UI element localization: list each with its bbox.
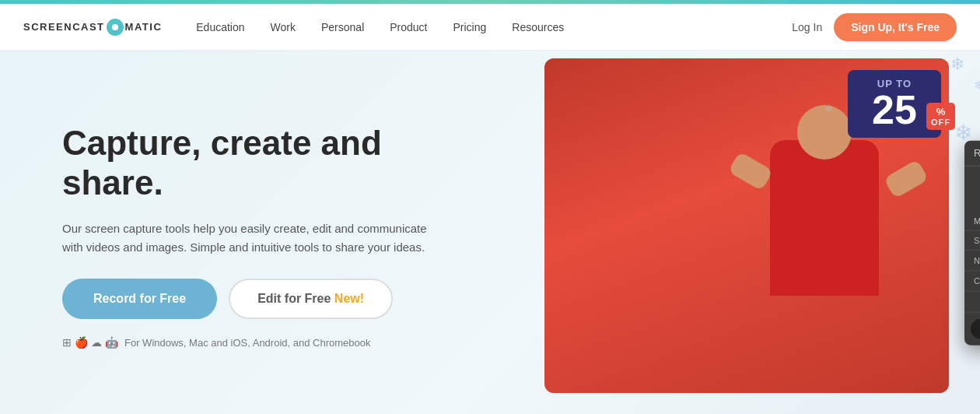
discount-number: 25 [872,87,917,132]
tab-screen[interactable]: 🖥 Screen [972,174,980,207]
row-audio: Computer Audio 🔊 ▶ [964,271,980,291]
edit-free-button[interactable]: Edit for Free New! [229,279,393,319]
login-button[interactable]: Log In [792,21,822,33]
signup-free: Free [916,21,940,33]
dialog-title: Record [974,147,980,159]
person-figure [723,97,926,393]
new-label: New! [334,292,364,305]
record-free-button[interactable]: Record for Free [62,279,217,319]
dialog-bottom-bar: Rec ⚙ ✏ Cancel [971,318,980,339]
navbar: SCREENCAST MATIC Education Work Personal… [0,4,980,51]
person-body [770,140,879,296]
maxtime-label: Max Time [974,216,980,225]
cloud-icon: ☁ [91,336,102,349]
nav-personal[interactable]: Personal [310,15,375,40]
hero-title: Capture, create and share. [62,124,428,202]
discount-box: UP TO 25 % OFF [848,70,941,138]
person-hand-right [884,160,929,199]
signup-button[interactable]: Sign Up, It's Free [834,13,957,41]
logo-icon [107,19,124,36]
row-maxtime: Max Time None ▶ [964,211,980,230]
right-content: Record × 🖥 Screen 📷 Webcam ⬛ Both Max Ti [467,51,980,414]
platform-icons: ⊞ 🍎 ☁ 🤖 [62,336,118,349]
nav-education[interactable]: Education [185,15,255,40]
nav-resources[interactable]: Resources [501,15,575,40]
preferences-link[interactable]: Preferences... [964,291,980,312]
signup-label: Sign Up, It's [851,21,916,33]
discount-percent: 25 [862,89,927,130]
nav-actions: Log In Sign Up, It's Free [792,13,957,41]
left-content: Capture, create and share. Our screen ca… [0,51,467,414]
snowflake-4: ❄ [824,103,833,114]
row-narration: Narration ✏ ▶ [964,250,980,271]
main-content: Capture, create and share. Our screen ca… [0,51,980,414]
snowflake-1: ❄ [950,54,964,75]
record-dialog: Record × 🖥 Screen 📷 Webcam ⬛ Both Max Ti [964,140,980,345]
discount-off-wrap: % OFF [926,103,955,130]
audio-label: Computer Audio [974,276,980,286]
platform-info: ⊞ 🍎 ☁ 🤖 For Windows, Mac and iOS, Androi… [62,336,428,349]
nav-work[interactable]: Work [260,15,306,40]
narration-label: Narration [974,255,980,265]
logo-text-left: SCREENCAST [23,21,105,33]
logo-icon-inner [112,24,118,30]
person-hand-left [728,152,773,191]
apple-icon: 🍎 [75,336,88,349]
platform-text: For Windows, Mac and iOS, Android, and C… [124,337,370,349]
snowflake-3: ❄ [954,120,972,146]
row-size: Size 720p ▶ [964,230,980,250]
dialog-tabs: 🖥 Screen 📷 Webcam ⬛ Both [964,166,980,211]
windows-icon: ⊞ [62,336,72,349]
android-icon: 🤖 [105,336,118,349]
discount-off-box: % OFF [926,103,955,130]
snowflake-2: ❄ [974,78,980,93]
discount-badge: UP TO 25 % OFF ❄ ❄ ❄ ❄ [848,70,941,138]
size-label: Size [974,235,980,244]
hero-description: Our screen capture tools help you easily… [62,219,428,257]
discount-pct-sign: % [931,106,950,118]
nav-product[interactable]: Product [379,15,438,40]
logo[interactable]: SCREENCAST MATIC [23,19,162,36]
edit-label: Edit for Free [257,292,334,305]
cta-buttons: Record for Free Edit for Free New! [62,279,428,319]
nav-links: Education Work Personal Product Pricing … [185,15,792,40]
discount-off-text: OFF [931,118,950,127]
logo-text-right: MATIC [125,21,163,33]
nav-pricing[interactable]: Pricing [443,15,498,40]
